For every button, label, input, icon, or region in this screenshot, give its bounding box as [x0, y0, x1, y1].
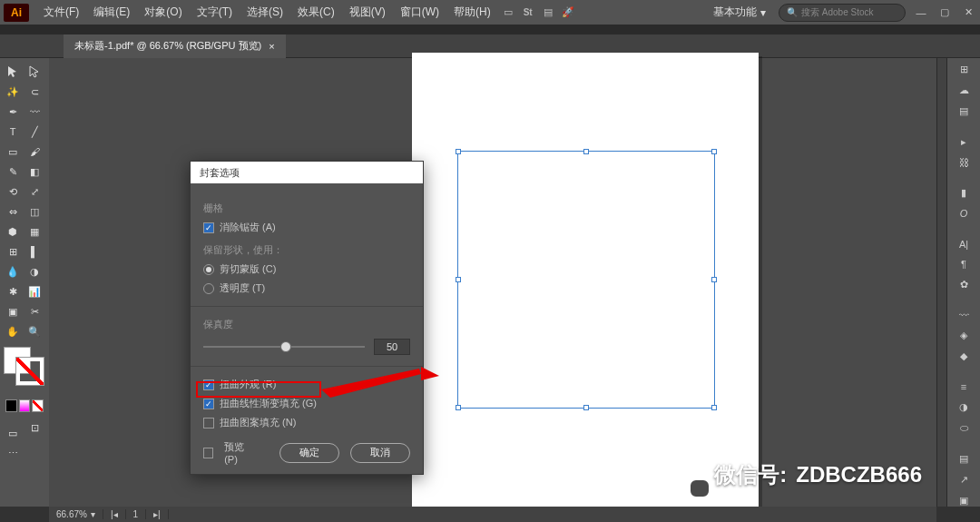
scale-tool-icon[interactable]: ⤢	[24, 182, 45, 202]
opentype-icon[interactable]: O	[954, 208, 974, 219]
rectangle-tool-icon[interactable]: ▭	[2, 142, 24, 162]
none-mode-icon[interactable]	[32, 399, 44, 412]
canvas[interactable]: 封套选项 栅格 消除锯齿 (A) 保留形状，使用： 剪切蒙版 (C) 透明度 (…	[49, 58, 936, 507]
paintbrush-tool-icon[interactable]: 🖌	[24, 142, 45, 162]
doc-icon[interactable]: ▭	[498, 3, 518, 23]
ok-button[interactable]: 确定	[279, 443, 339, 463]
gradient-tool-icon[interactable]: ▌	[24, 241, 45, 261]
width-tool-icon[interactable]: ⇔	[2, 202, 24, 222]
link-icon[interactable]: ⛓	[954, 157, 974, 168]
paragraph-panel-icon[interactable]: ¶	[954, 259, 974, 270]
artboard-prev-icon[interactable]: |◂	[103, 509, 126, 519]
magic-wand-tool-icon[interactable]: ✨	[2, 82, 24, 102]
properties-panel-icon[interactable]: ⊞	[954, 64, 974, 75]
menu-help[interactable]: 帮助(H)	[446, 5, 498, 20]
tab-close-icon[interactable]: ×	[269, 41, 274, 52]
curvature-tool-icon[interactable]: 〰	[24, 102, 45, 122]
symbols-icon[interactable]: ◆	[954, 350, 974, 362]
stock-icon[interactable]: St	[518, 3, 538, 23]
close-icon[interactable]: ✕	[960, 5, 976, 21]
transparency-radio[interactable]	[203, 283, 214, 294]
preview-label: 预览 (P)	[224, 440, 257, 465]
annotation-highlight-box	[196, 381, 321, 398]
color-mode-icon[interactable]	[5, 399, 17, 412]
shaper-tool-icon[interactable]: ✎	[2, 162, 24, 182]
menu-file[interactable]: 文件(F)	[36, 5, 86, 20]
distort-linear-gradient-checkbox[interactable]	[203, 399, 214, 409]
workspace-switcher[interactable]: 基本功能▾	[702, 5, 777, 20]
selection-tool-icon[interactable]	[2, 62, 24, 82]
distort-linear-gradient-label: 扭曲线性渐变填充 (G)	[220, 397, 317, 410]
menu-window[interactable]: 窗口(W)	[393, 5, 446, 20]
dialog-title[interactable]: 封套选项	[191, 162, 423, 183]
app-logo: Ai	[4, 4, 29, 22]
type-tool-icon[interactable]: T	[2, 122, 24, 142]
stroke-panel-icon[interactable]: ≡	[954, 381, 974, 392]
zoom-field[interactable]: 66.67%▾	[49, 509, 103, 519]
menu-effect[interactable]: 效果(C)	[290, 5, 342, 20]
menu-edit[interactable]: 编辑(E)	[86, 5, 137, 20]
appearance-icon[interactable]: ◑	[954, 401, 974, 413]
search-input[interactable]: 🔍搜索 Adobe Stock	[779, 4, 906, 22]
pen-tool-icon[interactable]: ✒	[2, 102, 24, 122]
minimize-icon[interactable]: —	[913, 5, 929, 21]
color-panel-icon[interactable]: ▮	[954, 187, 974, 199]
preview-checkbox[interactable]	[203, 448, 213, 458]
document-tab[interactable]: 未标题-1.pdf* @ 66.67% (RGB/GPU 预览)×	[64, 34, 286, 58]
menu-object[interactable]: 对象(O)	[137, 5, 189, 20]
column-graph-tool-icon[interactable]: 📊	[24, 281, 45, 301]
perspective-grid-tool-icon[interactable]: ▦	[24, 222, 45, 241]
cancel-button[interactable]: 取消	[350, 443, 410, 463]
artboard-tool-icon[interactable]: ▣	[2, 301, 24, 321]
artboard-number[interactable]: 1	[126, 509, 147, 519]
menu-type[interactable]: 文字(T)	[190, 5, 240, 20]
layers-icon[interactable]: ▤	[954, 453, 974, 465]
fidelity-value[interactable]: 50	[374, 339, 410, 355]
arrange-icon[interactable]: ▤	[538, 3, 558, 23]
mesh-tool-icon[interactable]: ⊞	[2, 241, 24, 261]
blend-tool-icon[interactable]: ◑	[24, 261, 45, 281]
lasso-tool-icon[interactable]: ⊂	[24, 82, 45, 102]
raster-group-label: 栅格	[203, 202, 410, 215]
rotate-tool-icon[interactable]: ⟲	[2, 182, 24, 202]
line-segment-tool-icon[interactable]: ╱	[24, 122, 45, 142]
libraries-icon[interactable]: ▤	[954, 105, 974, 117]
zoom-tool-icon[interactable]: 🔍	[24, 321, 45, 341]
free-transform-tool-icon[interactable]: ◫	[24, 202, 45, 222]
screen-mode-icon[interactable]: ▭	[2, 423, 24, 443]
artboard-next-icon[interactable]: ▸|	[146, 509, 169, 519]
magnify-icon: 🔍	[787, 7, 798, 17]
graphic-styles-icon[interactable]: ⬭	[954, 422, 974, 434]
character-panel-icon[interactable]: A|	[954, 239, 974, 250]
menu-view[interactable]: 视图(V)	[342, 5, 393, 20]
drawing-mode-icon[interactable]: ⊡	[24, 418, 45, 438]
asset-export-icon[interactable]: ↗	[954, 474, 974, 486]
stroke-swatch[interactable]	[16, 358, 44, 385]
gpu-icon[interactable]: 🚀	[558, 3, 578, 23]
star-icon[interactable]: ✿	[954, 279, 974, 291]
gradient-mode-icon[interactable]	[19, 399, 31, 412]
antialias-checkbox[interactable]	[203, 222, 214, 233]
eraser-tool-icon[interactable]: ◧	[24, 162, 45, 182]
artboards-panel-icon[interactable]: ▣	[954, 495, 974, 507]
fidelity-slider[interactable]	[203, 346, 365, 348]
brushes-icon[interactable]: 〰	[954, 310, 974, 320]
maximize-icon[interactable]: ▢	[936, 5, 953, 21]
eyedropper-tool-icon[interactable]: 💧	[2, 261, 24, 281]
menu-select[interactable]: 选择(S)	[240, 5, 290, 20]
swatches-icon[interactable]: ◈	[954, 330, 974, 341]
slice-tool-icon[interactable]: ✂	[24, 301, 45, 321]
distort-pattern-checkbox[interactable]	[203, 418, 214, 428]
cc-libraries-icon[interactable]: ☁	[954, 84, 974, 96]
symbol-sprayer-tool-icon[interactable]: ✱	[2, 281, 24, 301]
hand-tool-icon[interactable]: ✋	[2, 321, 24, 341]
panel-collapse-strip[interactable]	[936, 58, 947, 507]
fidelity-label: 保真度	[203, 318, 410, 331]
distort-pattern-label: 扭曲图案填充 (N)	[220, 416, 296, 429]
selection-bounding-box[interactable]	[457, 151, 715, 409]
edit-toolbar-icon[interactable]: ⋯	[2, 443, 24, 463]
direct-selection-tool-icon[interactable]	[24, 62, 45, 82]
play-icon[interactable]: ▸	[954, 136, 974, 148]
clip-mask-radio[interactable]	[203, 264, 214, 275]
shape-builder-tool-icon[interactable]: ⬢	[2, 222, 24, 241]
